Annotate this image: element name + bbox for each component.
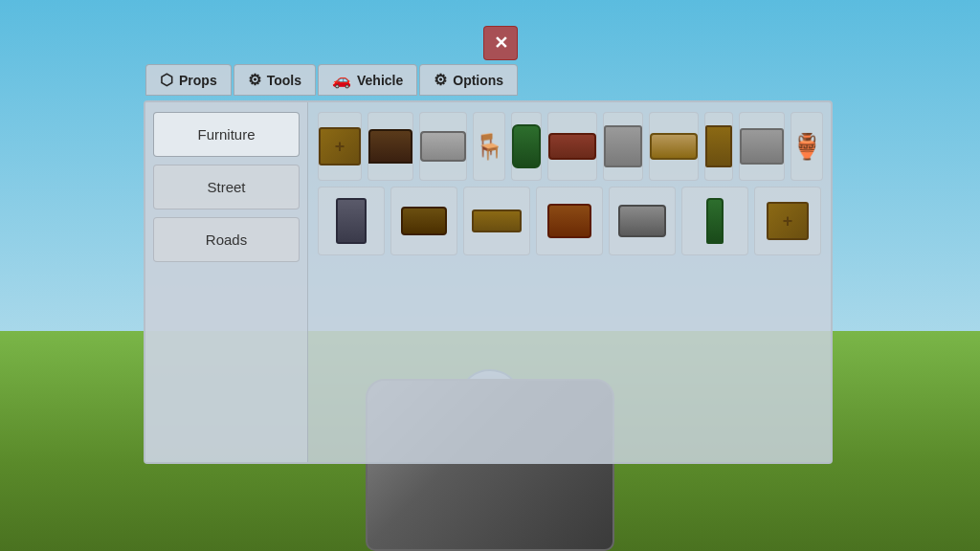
tab-tools[interactable]: ⚙ Tools — [234, 64, 316, 96]
category-street[interactable]: Street — [153, 165, 300, 209]
tab-vehicle[interactable]: 🚗 Vehicle — [318, 64, 417, 96]
item-trunk[interactable] — [609, 187, 676, 255]
category-street-label: Street — [207, 179, 245, 195]
options-icon: ⚙ — [434, 71, 447, 89]
tab-options-label: Options — [453, 73, 503, 88]
vehicle-icon: 🚗 — [332, 71, 351, 89]
items-row-1: + 🪑 — [318, 112, 821, 181]
tab-props[interactable]: ⬡ Props — [145, 64, 232, 96]
item-locker[interactable] — [318, 187, 385, 255]
tab-tools-label: Tools — [267, 73, 301, 88]
items-grid: + 🪑 — [308, 102, 831, 462]
item-barrel[interactable] — [511, 112, 542, 181]
tab-options[interactable]: ⚙ Options — [419, 64, 518, 96]
close-button[interactable]: ✕ — [483, 26, 518, 60]
category-roads-label: Roads — [206, 231, 247, 248]
item-bench[interactable] — [463, 187, 530, 255]
item-stool[interactable] — [704, 112, 733, 181]
dialog-content: Furniture Street Roads + — [145, 102, 831, 462]
item-crate2[interactable]: + — [754, 187, 821, 255]
item-bed2[interactable] — [649, 112, 699, 181]
item-crate[interactable]: + — [318, 112, 362, 181]
item-armchair[interactable]: 🪑 — [473, 112, 505, 181]
item-bed[interactable] — [419, 112, 467, 181]
tab-props-label: Props — [179, 73, 217, 88]
props-icon: ⬡ — [160, 71, 173, 89]
close-icon: ✕ — [494, 33, 508, 54]
item-bottle[interactable] — [681, 187, 748, 255]
item-cabinet[interactable] — [739, 112, 785, 181]
tab-vehicle-label: Vehicle — [357, 73, 403, 88]
category-roads[interactable]: Roads — [153, 217, 300, 262]
tab-bar: ⬡ Props ⚙ Tools 🚗 Vehicle ⚙ Options ✕ — [145, 64, 518, 96]
category-furniture[interactable]: Furniture — [153, 112, 300, 157]
item-table-dark[interactable] — [368, 112, 413, 181]
tools-icon: ⚙ — [248, 71, 261, 89]
item-vase[interactable]: 🏺 — [791, 112, 823, 181]
items-row-2: + — [318, 187, 821, 255]
category-sidebar: Furniture Street Roads — [145, 102, 308, 462]
item-shelf[interactable] — [603, 112, 643, 181]
item-chest[interactable] — [536, 187, 603, 255]
main-dialog: ⬡ Props ⚙ Tools 🚗 Vehicle ⚙ Options ✕ Fu… — [144, 100, 833, 464]
category-furniture-label: Furniture — [197, 126, 255, 143]
item-sofa[interactable] — [547, 112, 597, 181]
item-desk[interactable] — [390, 187, 457, 255]
